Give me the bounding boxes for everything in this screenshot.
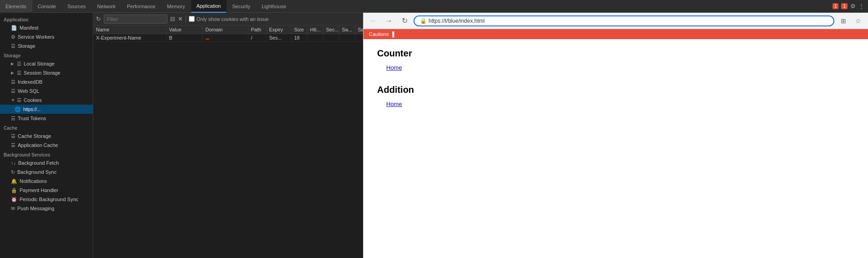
sidebar-item-cookies[interactable]: ▼ ☰ Cookies xyxy=(0,96,93,105)
sidebar-item-label: Web SQL xyxy=(18,88,40,94)
addition-home-link[interactable]: Home xyxy=(386,101,854,107)
sidebar-item-bg-fetch[interactable]: ↑↓ Background Fetch xyxy=(0,158,93,167)
table-header-row: Name Value Domain Path Expiry Size Htt..… xyxy=(93,25,363,34)
indexeddb-icon: ☰ xyxy=(11,79,15,85)
page-content: Counter Home Addition Home xyxy=(363,39,868,258)
sidebar-item-local-storage[interactable]: ▶ ☰ Local Storage xyxy=(0,59,93,68)
browser-icons: ⊞ ☆ xyxy=(837,15,864,27)
cell-sec xyxy=(323,34,339,42)
app-cache-icon: ☰ xyxy=(11,142,15,148)
sidebar-item-app-cache[interactable]: ☰ Application Cache xyxy=(0,141,93,150)
sidebar-item-label: Storage xyxy=(18,43,35,49)
sidebar-item-session-storage[interactable]: ▶ ☰ Session Storage xyxy=(0,68,93,77)
url-bar[interactable]: 🔒 https://t/blue/index.html xyxy=(414,15,834,26)
tab-sources[interactable]: Sources xyxy=(62,0,91,13)
cell-domain xyxy=(202,34,248,42)
tab-network[interactable]: Network xyxy=(92,0,121,13)
sidebar-item-label: Trust Tokens xyxy=(18,116,46,121)
cookie-toolbar-filter-icon[interactable]: ⊟ xyxy=(170,15,175,22)
error-badge[interactable]: 1 xyxy=(833,3,839,9)
push-messaging-icon: ✉ xyxy=(11,206,15,212)
more-icon[interactable]: ⋮ xyxy=(858,3,864,10)
show-issues-checkbox[interactable] xyxy=(189,16,195,22)
col-header-size[interactable]: Size xyxy=(291,25,307,34)
sidebar-item-storage[interactable]: ☰ Storage xyxy=(0,41,93,51)
sidebar-item-label: IndexedDB xyxy=(18,79,42,85)
sidebar-item-notifications[interactable]: 🔔 Notifications xyxy=(0,177,93,186)
sidebar-item-payment-handler[interactable]: 🔒 Payment Handler xyxy=(0,186,93,195)
sidebar-item-trust-tokens[interactable]: ☰ Trust Tokens xyxy=(0,114,93,123)
col-header-sec[interactable]: Sec... xyxy=(323,25,339,34)
section-title-counter: Counter xyxy=(377,48,854,59)
sidebar-item-service-workers[interactable]: ⚙ Service Workers xyxy=(0,32,93,41)
cookie-filter-input[interactable] xyxy=(104,15,167,24)
notifications-icon: 🔔 xyxy=(11,178,17,184)
reload-button[interactable]: ↻ xyxy=(398,15,411,27)
sidebar-item-cache-storage[interactable]: ☰ Cache Storage xyxy=(0,132,93,141)
cell-same1 xyxy=(339,34,355,42)
session-storage-icon: ☰ xyxy=(17,70,21,76)
bg-sync-icon: ↻ xyxy=(11,169,15,175)
sidebar-item-label: Cookies xyxy=(24,97,42,103)
page-section-addition: Addition Home xyxy=(377,85,854,107)
col-header-value[interactable]: Value xyxy=(166,25,202,34)
storage-section-header: Storage xyxy=(0,51,93,59)
col-header-path[interactable]: Path xyxy=(248,25,266,34)
bg-services-section-header: Background Services xyxy=(0,150,93,158)
star-icon[interactable]: ☆ xyxy=(852,15,864,27)
local-storage-icon: ☰ xyxy=(17,61,21,67)
websql-icon: ☰ xyxy=(11,88,15,94)
bookmarks-icon[interactable]: ⊞ xyxy=(837,15,850,27)
tab-application[interactable]: Application xyxy=(191,0,227,13)
tab-memory[interactable]: Memory xyxy=(161,0,191,13)
col-header-expiry[interactable]: Expiry xyxy=(266,25,291,34)
sidebar-item-websql[interactable]: ☰ Web SQL xyxy=(0,86,93,96)
col-header-domain[interactable]: Domain xyxy=(202,25,248,34)
col-header-same1[interactable]: Sa... xyxy=(339,25,355,34)
sidebar-item-label: Push Messaging xyxy=(17,206,54,211)
cookies-icon: ☰ xyxy=(17,97,21,103)
devtools-toolbar: Elements Console Sources Network Perform… xyxy=(0,0,868,13)
settings-icon[interactable]: ⚙ xyxy=(850,3,856,10)
sidebar-item-label: Application Cache xyxy=(18,142,58,148)
col-header-same2[interactable]: Sa... xyxy=(355,25,363,34)
col-header-http[interactable]: Htt... xyxy=(307,25,323,34)
sidebar-item-label: https://... xyxy=(23,107,40,112)
sidebar-item-periodic-bg-sync[interactable]: ⏰ Periodic Background Sync xyxy=(0,195,93,204)
tab-security[interactable]: Security xyxy=(227,0,256,13)
warning-badge[interactable]: 1 xyxy=(841,3,848,9)
toolbar-icons: 1 1 ⚙ ⋮ xyxy=(833,3,868,10)
counter-home-link[interactable]: Home xyxy=(386,64,854,71)
cookie-toolbar-clear-icon[interactable]: ✕ xyxy=(178,15,183,22)
sidebar-item-label: Notifications xyxy=(20,178,47,184)
banner-indicator: ▌ xyxy=(392,31,396,37)
service-workers-icon: ⚙ xyxy=(11,34,15,40)
application-section-header: Application xyxy=(0,15,93,23)
sidebar-item-cookies-https[interactable]: 🌐 https://... xyxy=(0,105,93,114)
storage-icon: ☰ xyxy=(11,43,15,49)
url-text: https://t/blue/index.html xyxy=(429,18,828,24)
sidebar-item-label: Local Storage xyxy=(24,61,55,66)
tab-performance[interactable]: Performance xyxy=(121,0,161,13)
tab-console[interactable]: Console xyxy=(32,0,62,13)
lock-icon: 🔒 xyxy=(420,18,427,24)
col-header-name[interactable]: Name xyxy=(93,25,166,34)
manifest-icon: 📄 xyxy=(11,25,17,31)
expand-arrow-icon: ▼ xyxy=(11,98,15,102)
tab-lighthouse[interactable]: Lighthouse xyxy=(256,0,292,13)
sidebar-item-push-messaging[interactable]: ✉ Push Messaging xyxy=(0,204,93,213)
sidebar-item-label: Cache Storage xyxy=(18,133,51,139)
refresh-button[interactable]: ↻ xyxy=(96,15,101,22)
back-button[interactable]: ← xyxy=(367,15,380,27)
tab-elements[interactable]: Elements xyxy=(0,0,32,13)
sidebar-item-bg-sync[interactable]: ↻ Background Sync xyxy=(0,167,93,177)
sidebar-item-label: Periodic Background Sync xyxy=(20,197,78,202)
cell-value: B xyxy=(166,34,202,42)
cookie-table-container: Name Value Domain Path Expiry Size Htt..… xyxy=(93,25,363,258)
forward-button[interactable]: → xyxy=(383,15,395,27)
table-row[interactable]: X-Experiment-Name B / Ses... 18 Me... xyxy=(93,34,363,42)
sidebar-item-label: Background Sync xyxy=(17,169,56,175)
show-issues-checkbox-label[interactable]: Only show cookies with an issue xyxy=(189,16,268,22)
sidebar-item-manifest[interactable]: 📄 Manifest xyxy=(0,23,93,32)
sidebar-item-indexeddb[interactable]: ☰ IndexedDB xyxy=(0,77,93,86)
